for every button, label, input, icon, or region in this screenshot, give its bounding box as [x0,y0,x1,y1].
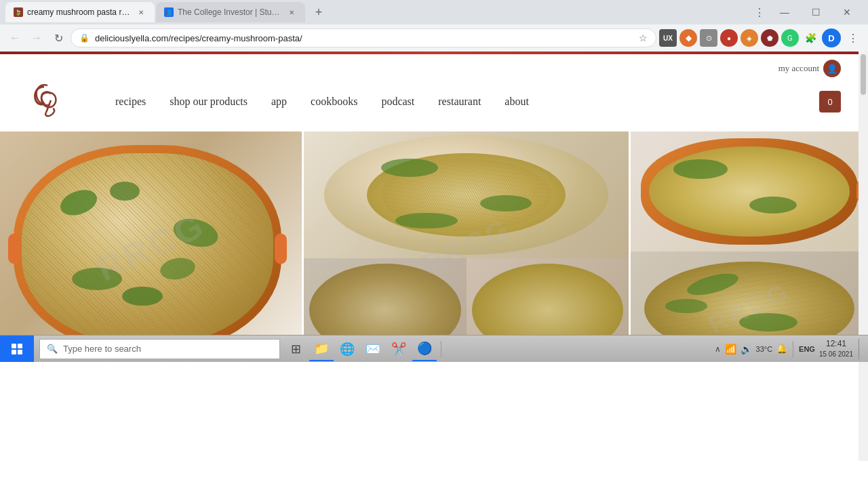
taskview-button[interactable]: ⊞ [285,338,307,360]
site-header: my account 👤 [0,54,868,131]
volume-icon[interactable]: 🔊 [741,344,752,354]
taskbar-snip[interactable]: ✂️ [387,337,411,361]
ext-green-icon[interactable]: G [781,29,799,47]
food-image-right: RRCG creamy mushroom [631,131,868,362]
taskbar-right: ∧ 📶 🔊 33°C 🔔 ENG 12:41 15 06 2021 [715,339,868,359]
search-icon: 🔍 [47,344,58,354]
ext-ux-icon[interactable]: UX [659,29,677,47]
bookmark-star-icon[interactable]: ☆ [639,33,648,43]
header-top: my account 👤 [27,54,841,80]
taskbar-search[interactable]: 🔍 Type here to search [39,339,280,359]
system-tray-expand[interactable]: ∧ [715,344,721,354]
clock-date: 15 06 2021 [819,350,853,359]
address-bar[interactable]: 🔒 deliciouslyella.com/recipes/creamy-mus… [71,28,656,47]
main-nav: recipes shop our products app cookbooks … [115,91,841,113]
tab-college[interactable]: 📘 The College Investor | Student Lo... ✕ [156,2,305,22]
nav-recipes[interactable]: recipes [115,96,146,108]
food-image-left: RRCG [0,131,302,362]
ext-gray-icon[interactable]: ⊙ [700,29,717,47]
cart-button[interactable]: 0 [819,91,841,113]
tab-college-title: The College Investor | Student Lo... [178,7,282,17]
nav-app[interactable]: app [271,96,287,108]
address-bar-row: ← → ↻ 🔒 deliciouslyella.com/recipes/crea… [0,24,868,52]
cart-count: 0 [827,97,832,107]
nav-about[interactable]: about [505,96,529,108]
new-tab-button[interactable]: + [309,3,328,22]
site-logo[interactable] [27,80,81,123]
header-main: recipes shop our products app cookbooks … [27,80,841,131]
refresh-button[interactable]: ↻ [49,28,68,47]
browser-window: 🍃 creamy mushroom pasta recipe ✕ 📘 The C… [0,0,868,488]
start-button[interactable] [0,336,34,363]
window-controls: ⋮ — ☐ ✕ [750,0,863,24]
nav-restaurant[interactable]: restaurant [438,96,481,108]
ext-orange2-icon[interactable]: ◈ [741,29,758,47]
minimize-button[interactable]: — [769,0,800,24]
ext-red-icon[interactable]: ● [720,29,738,47]
language-display[interactable]: ENG [799,345,815,353]
taskbar-divider2 [793,341,793,357]
tab-bar: 🍃 creamy mushroom pasta recipe ✕ 📘 The C… [0,0,868,24]
forward-button[interactable]: → [27,28,46,47]
website-content: my account 👤 [0,52,868,461]
clock[interactable]: 12:41 15 06 2021 [819,339,853,359]
nav-podcast[interactable]: podcast [381,96,414,108]
chrome-menu-dots[interactable]: ⋮ [844,28,863,47]
taskbar-center-divider [441,341,441,357]
taskbar-explorer[interactable]: 📁 [309,337,334,361]
tab-recipe-close[interactable]: ✕ [136,7,146,18]
back-button[interactable]: ← [5,28,24,47]
profile-button[interactable]: D [822,28,841,47]
taskbar-edge[interactable]: 🌐 [335,337,359,361]
ext-orange-icon[interactable]: ◆ [679,29,697,47]
scrollbar[interactable] [859,52,868,461]
my-account-label: my account [778,63,819,74]
tab-college-favicon: 📘 [164,7,174,17]
tab-recipe[interactable]: 🍃 creamy mushroom pasta recipe ✕ [5,2,155,22]
close-button[interactable]: ✕ [831,0,863,24]
tab-recipe-title: creamy mushroom pasta recipe [27,7,132,17]
maximize-button[interactable]: ☐ [800,0,831,24]
scrollbar-thumb[interactable] [861,54,866,95]
ext-puzzle-icon[interactable]: 🧩 [802,29,819,47]
search-placeholder: Type here to search [63,344,141,354]
tab-recipe-favicon: 🍃 [14,7,23,17]
show-desktop-button[interactable] [859,339,863,359]
url-text: deliciouslyella.com/recipes/creamy-mushr… [95,33,633,43]
notification-icon[interactable]: 🔔 [776,344,787,354]
clock-time: 12:41 [819,339,853,350]
chrome-menu-icon[interactable]: ⋮ [750,3,769,22]
account-icon[interactable]: 👤 [823,60,841,77]
nav-shop[interactable]: shop our products [170,96,248,108]
food-image-center: RRCG [302,131,631,362]
temperature-display: 33°C [756,345,773,353]
network-icon[interactable]: 📶 [725,344,736,354]
nav-cookbooks[interactable]: cookbooks [311,96,357,108]
taskbar-chrome[interactable]: 🔵 [412,337,437,361]
taskbar-apps: 📁 🌐 ✉️ ✂️ 🔵 [309,337,437,361]
tab-college-close[interactable]: ✕ [286,7,297,18]
food-images-collage: RRCG [0,131,868,362]
ext-maroon-icon[interactable]: ⬟ [761,29,778,47]
lock-icon: 🔒 [79,33,90,43]
taskbar-mail[interactable]: ✉️ [361,337,385,361]
taskbar: 🔍 Type here to search ⊞ 📁 🌐 ✉️ ✂️ 🔵 ∧ 📶 … [0,335,868,362]
